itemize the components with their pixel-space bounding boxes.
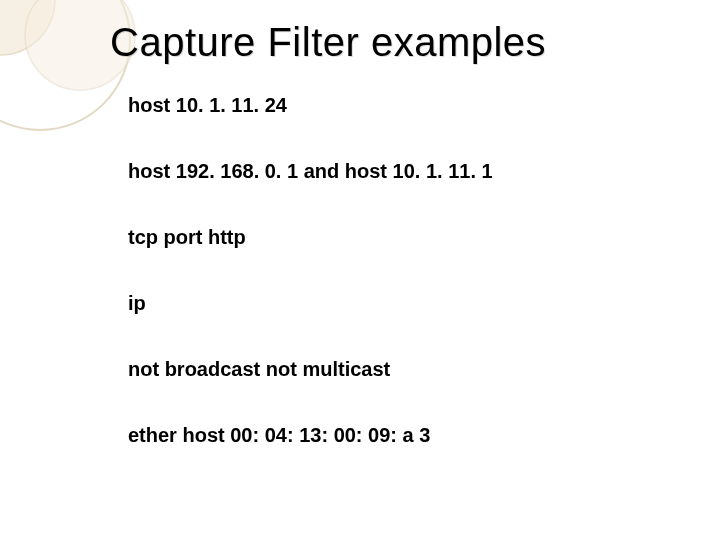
slide-content: Capture Filter examples host 10. 1. 11. … [110, 20, 680, 489]
filter-example: ip [128, 291, 680, 315]
filter-example: tcp port http [128, 225, 680, 249]
slide-title: Capture Filter examples [110, 20, 680, 65]
svg-point-1 [0, 0, 55, 55]
filter-example: not broadcast not multicast [128, 357, 680, 381]
filter-example: host 192. 168. 0. 1 and host 10. 1. 11. … [128, 159, 680, 183]
filter-example: host 10. 1. 11. 24 [128, 93, 680, 117]
filter-example: ether host 00: 04: 13: 00: 09: a 3 [128, 423, 680, 447]
